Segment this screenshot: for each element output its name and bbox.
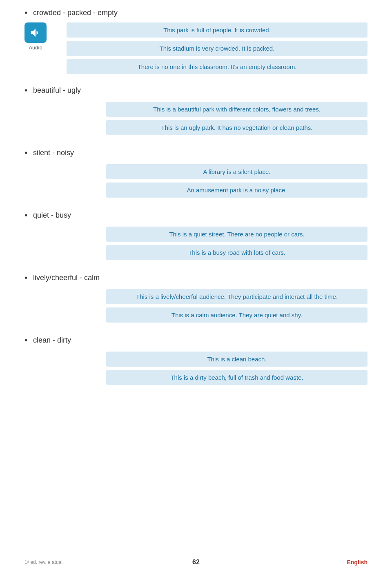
sentence-box: This is a lively/cheerful audience. They… [106,289,368,304]
audio-button[interactable] [24,22,47,43]
footer-edition: 1ª ed. rev. e atual. [24,559,139,565]
sentence-box: This is a clean beach. [106,352,368,367]
page-content: • crowded - packed - empty Audio This pa… [0,0,392,431]
bullet-dot: • [24,273,27,283]
sentence-box: This is an ugly park. It has no vegetati… [106,120,368,135]
bullet-dot: • [24,86,27,95]
footer-page-number: 62 [139,559,253,566]
section-silent: • silent - noisy A library is a silent p… [24,148,368,198]
sentence-box: This stadium is very crowded. It is pack… [67,41,368,56]
sentence-box: This is a beautiful park with different … [106,102,368,117]
sentence-box: There is no one in this classroom. It's … [67,59,368,74]
bullet-dot: • [24,211,27,220]
bullet-dot: • [24,148,27,158]
sentence-box: An amusement park is a noisy place. [106,183,368,198]
bullet-title-lively: lively/cheerful - calm [33,274,100,282]
bullet-header-silent: • silent - noisy [24,148,368,158]
sentence-box: This is a busy road with lots of cars. [106,245,368,260]
sentences-list-crowded: This park is full of people. It is crowd… [67,22,368,74]
bullet-header-quiet: • quiet - busy [24,211,368,220]
bullet-header-clean: • clean - dirty [24,336,368,345]
bullet-title-beautiful: beautiful - ugly [33,86,81,95]
audio-icon-container: Audio [24,22,47,51]
footer-language: English [253,559,368,566]
bullet-title-quiet: quiet - busy [33,211,71,220]
section-crowded: • crowded - packed - empty Audio This pa… [24,8,368,74]
sentence-box: This is a dirty beach, full of trash and… [106,370,368,385]
bullet-dot: • [24,336,27,345]
sentences-block-lively: This is a lively/cheerful audience. They… [106,289,368,323]
section-lively: • lively/cheerful - calm This is a livel… [24,273,368,323]
bullet-dot: • [24,8,27,18]
audio-block: Audio This park is full of people. It is… [24,22,368,74]
bullet-header-beautiful: • beautiful - ugly [24,86,368,95]
sentence-box: This park is full of people. It is crowd… [67,22,368,38]
sentences-block-beautiful: This is a beautiful park with different … [106,102,368,135]
section-quiet: • quiet - busy This is a quiet street. T… [24,211,368,260]
sentence-box: This is a calm audience. They are quiet … [106,307,368,323]
section-beautiful: • beautiful - ugly This is a beautiful p… [24,86,368,135]
sentences-block-quiet: This is a quiet street. There are no peo… [106,227,368,260]
bullet-title-silent: silent - noisy [33,149,74,157]
footer: 1ª ed. rev. e atual. 62 English [0,554,392,570]
sentence-box: A library is a silent place. [106,164,368,179]
section-clean: • clean - dirty This is a clean beach. T… [24,336,368,385]
bullet-title-crowded: crowded - packed - empty [33,9,118,17]
sentences-block-clean: This is a clean beach. This is a dirty b… [106,352,368,385]
bullet-title-clean: clean - dirty [33,336,71,345]
audio-label: Audio [29,45,42,51]
bullet-header-lively: • lively/cheerful - calm [24,273,368,283]
sentence-box: This is a quiet street. There are no peo… [106,227,368,242]
bullet-header-crowded: • crowded - packed - empty [24,8,368,18]
speaker-icon [29,27,42,39]
sentences-block-silent: A library is a silent place. An amusemen… [106,164,368,198]
